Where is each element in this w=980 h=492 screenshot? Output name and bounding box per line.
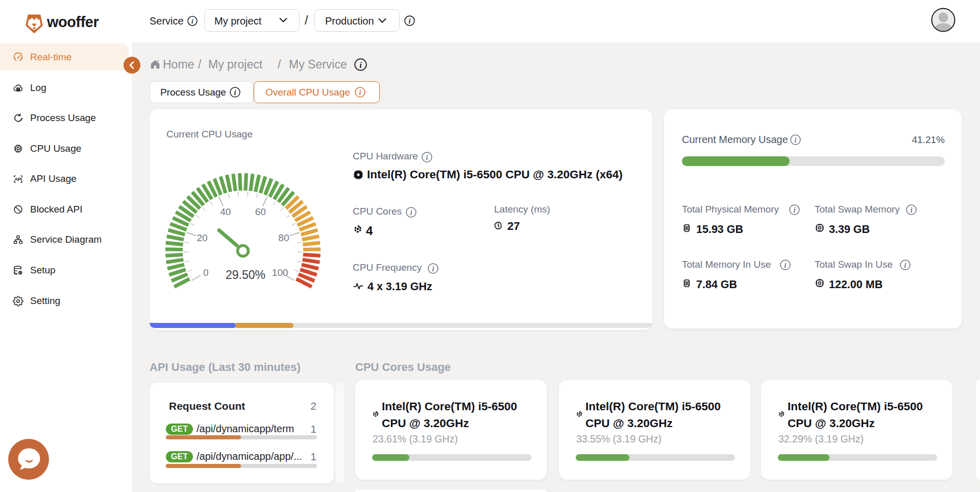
svg-text:i: i	[410, 208, 412, 217]
svg-text:i: i	[409, 17, 411, 25]
svg-text:i: i	[795, 136, 797, 144]
svg-text:i: i	[359, 60, 362, 70]
svg-text:i: i	[794, 206, 796, 214]
svg-text:i: i	[911, 206, 913, 214]
svg-text:80: 80	[278, 232, 289, 243]
svg-text:i: i	[359, 88, 361, 97]
svg-text:20: 20	[197, 232, 208, 243]
svg-text:i: i	[904, 261, 906, 269]
svg-text:API: API	[15, 176, 22, 181]
svg-text:i: i	[234, 88, 236, 97]
svg-text:40: 40	[220, 206, 231, 217]
svg-text:i: i	[432, 265, 434, 273]
svg-text:60: 60	[255, 206, 266, 217]
svg-text:i: i	[785, 261, 787, 269]
svg-text:i: i	[191, 17, 193, 25]
svg-text:i: i	[426, 153, 428, 161]
